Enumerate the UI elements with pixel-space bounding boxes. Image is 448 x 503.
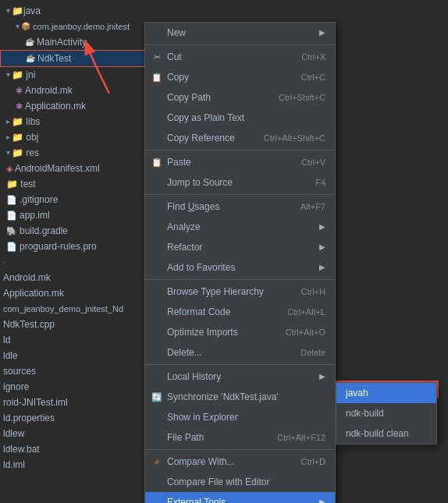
menu-item-optimizeimports[interactable]: Optimize Imports Ctrl+Alt+O <box>145 322 335 342</box>
menu-item-paste[interactable]: 📋 Paste Ctrl+V <box>145 152 335 172</box>
tree-item-libs[interactable]: ▸ 📁 libs <box>0 114 156 129</box>
tree-item-ignore2[interactable]: ignore <box>0 379 156 395</box>
tree-item-appiml[interactable]: 📄 app.iml <box>0 207 156 223</box>
tree-item-sources[interactable]: sources <box>0 363 156 379</box>
tree-item-jnitest[interactable]: roid-JNITest.iml <box>0 395 156 410</box>
menu-item-new[interactable]: New ▶ <box>145 23 335 43</box>
menu-item-analyze[interactable]: Analyze ▶ <box>145 217 335 237</box>
menu-item-synchronize[interactable]: 🔄 Synchronize 'NdkTest.java' <box>145 387 335 407</box>
tree-item-ldlewbat[interactable]: ldlew.bat <box>0 441 156 457</box>
separator-3 <box>145 194 335 195</box>
tree-label-appiml: app.iml <box>20 208 50 222</box>
tree-item-ldlew[interactable]: ldlew <box>0 426 156 441</box>
menu-item-findusages[interactable]: Find Usages Alt+F7 <box>145 197 335 217</box>
menu-label-analyze: Analyze <box>167 219 201 235</box>
menu-item-copypath[interactable]: Copy Path Ctrl+Shift+C <box>145 87 335 108</box>
tree-item-ldle[interactable]: ldle <box>0 348 156 363</box>
menu-label-copy: Copy <box>167 69 189 85</box>
proguard-icon: 📄 <box>6 239 17 253</box>
tree-item-applicationmk2[interactable]: Application.mk <box>0 285 156 301</box>
tree-item-jni[interactable]: ▾ 📁 jni <box>0 67 156 83</box>
tree-label-applicationmk2: Application.mk <box>3 286 64 300</box>
tree-label-buildgradle: build.gradle <box>20 224 68 238</box>
shortcut-copyreference: Ctrl+Alt+Shift+C <box>264 130 325 146</box>
paste-icon: 📋 <box>151 154 162 170</box>
package-icon: 📦 <box>21 19 30 34</box>
copy-icon: 📋 <box>151 69 162 85</box>
tree-label-applicationmk: Application.mk <box>25 99 86 113</box>
tree-item-com-nd[interactable]: com_jeanboy_demo_jnitest_Nd <box>0 301 156 317</box>
tree-label-com-nd: com_jeanboy_demo_jnitest_Nd <box>3 302 123 316</box>
submenu-externaltools: javah ndk-build ndk-build clean <box>336 382 437 445</box>
tree-item-gitignore[interactable]: 📄 .gitignore <box>0 192 156 207</box>
file-tree: ▾ 📁 java ▾ 📦 com.jeanboy.demo.jnitest ☕ … <box>0 0 156 503</box>
shortcut-findusages: Alt+F7 <box>300 199 325 214</box>
menu-item-comparewith[interactable]: ≠ Compare With... Ctrl+D <box>145 452 335 472</box>
menu-label-comparewitheditor: Compare File with Editor <box>167 474 269 490</box>
tree-item-extra1[interactable]: · <box>0 254 156 270</box>
tree-item-ldprops[interactable]: ld.properties <box>0 410 156 426</box>
tree-item-java[interactable]: ▾ 📁 java <box>0 3 156 19</box>
menu-item-externaltools[interactable]: External Tools ▶ <box>145 492 335 503</box>
arrow-right-analyze: ▶ <box>319 219 325 235</box>
tree-label-ldlew: ldlew <box>3 427 24 441</box>
menu-item-refactor[interactable]: Refactor ▶ <box>145 237 335 257</box>
tree-item-ld[interactable]: ld <box>0 332 156 348</box>
folder-icon-test: 📁 <box>6 177 18 191</box>
submenu-item-ndkbuildclean[interactable]: ndk-build clean <box>336 423 436 444</box>
shortcut-delete: Delete <box>300 345 325 360</box>
tree-item-mainactivity[interactable]: ☕ MainActivity <box>0 34 156 50</box>
separator-6 <box>145 449 335 450</box>
tree-item-applicationmk[interactable]: ✱ Application.mk <box>0 98 156 114</box>
menu-item-jumptosource[interactable]: Jump to Source F4 <box>145 172 335 193</box>
folder-icon-jni: 📁 <box>12 68 23 82</box>
folder-icon-res: 📁 <box>12 146 23 160</box>
submenu-item-javah[interactable]: javah <box>336 383 436 403</box>
arrow-right-localhistory: ▶ <box>319 369 325 384</box>
menu-item-filepath[interactable]: File Path Ctrl+Alt+F12 <box>145 427 335 448</box>
menu-item-delete[interactable]: Delete... Delete <box>145 342 335 363</box>
separator-5 <box>145 364 335 365</box>
tree-label-sources: sources <box>3 364 36 378</box>
menu-item-showinexplorer[interactable]: Show in Explorer <box>145 407 335 427</box>
tree-item-ndktestcpp[interactable]: NdkTest.cpp <box>0 317 156 332</box>
shortcut-copy: Ctrl+C <box>301 69 325 85</box>
menu-item-comparewitheditor[interactable]: Compare File with Editor <box>145 472 335 492</box>
tree-label-com: com.jeanboy.demo.jnitest <box>30 19 130 34</box>
menu-label-new: New <box>167 25 186 41</box>
separator-1 <box>145 44 335 45</box>
menu-item-copyplaintext[interactable]: Copy as Plain Text <box>145 108 335 128</box>
arrow-right-new: ▶ <box>319 25 325 41</box>
menu-item-copyreference[interactable]: Copy Reference Ctrl+Alt+Shift+C <box>145 128 335 148</box>
menu-item-reformatcode[interactable]: Reformat Code Ctrl+Alt+L <box>145 302 335 322</box>
tree-item-obj[interactable]: ▸ 📁 obj <box>0 129 156 145</box>
tree-item-test[interactable]: 📁 test <box>0 176 156 192</box>
arrow-right-refactor: ▶ <box>319 239 325 255</box>
java-icon-mainactivity: ☕ <box>25 35 34 49</box>
menu-item-localhistory[interactable]: Local History ▶ <box>145 367 335 387</box>
tree-item-proguard[interactable]: 📄 proguard-rules.pro <box>0 239 156 254</box>
menu-item-cut[interactable]: ✂ Cut Ctrl+X <box>145 47 335 67</box>
menu-item-addtofavorites[interactable]: Add to Favorites ▶ <box>145 257 335 278</box>
menu-label-copyplaintext: Copy as Plain Text <box>167 110 244 126</box>
submenu-item-ndkbuild[interactable]: ndk-build <box>336 403 436 423</box>
java-icon-ndktest: ☕ <box>26 51 35 66</box>
tree-item-manifest[interactable]: ◈ AndroidManifest.xml <box>0 161 156 176</box>
tree-item-res[interactable]: ▾ 📁 res <box>0 145 156 161</box>
menu-label-copyreference: Copy Reference <box>167 130 235 146</box>
tree-item-androidmk[interactable]: ✱ Android.mk <box>0 83 156 98</box>
tree-item-androidmk2[interactable]: Android.mk <box>0 270 156 285</box>
shortcut-jumptosource: F4 <box>315 175 325 190</box>
menu-item-browsehierarchy[interactable]: Browse Type Hierarchy Ctrl+H <box>145 282 335 302</box>
tree-item-buildgradle[interactable]: 🐘 build.gradle <box>0 223 156 239</box>
menu-label-addtofavorites: Add to Favorites <box>167 260 235 275</box>
tree-label-obj: obj <box>23 130 38 144</box>
cut-icon: ✂ <box>151 49 162 65</box>
menu-item-copy[interactable]: 📋 Copy Ctrl+C <box>145 67 335 87</box>
tree-label-ldiml: ld.iml <box>3 458 25 472</box>
tree-label-ndktest: NdkTest <box>37 51 71 66</box>
tree-item-ldiml[interactable]: ld.iml <box>0 457 156 473</box>
tree-item-com-pkg[interactable]: ▾ 📦 com.jeanboy.demo.jnitest <box>0 19 156 34</box>
folder-icon-java: 📁 <box>12 4 23 18</box>
tree-item-ndktest[interactable]: ☕ NdkTest <box>0 50 156 67</box>
